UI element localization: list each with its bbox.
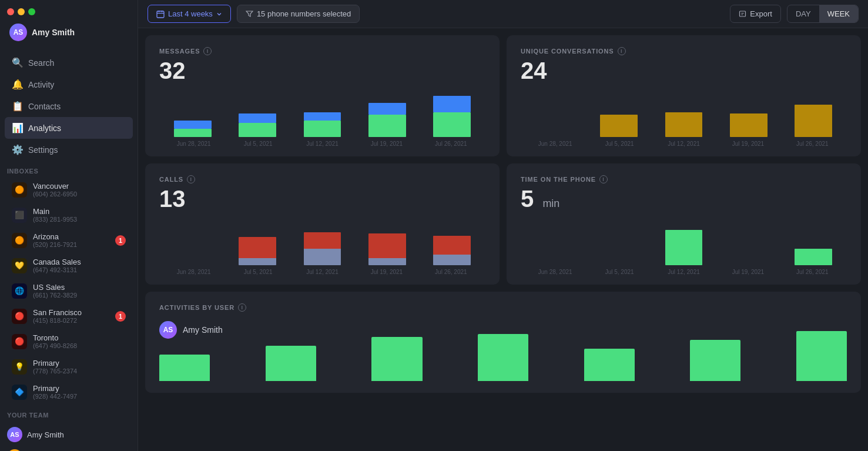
main-content: Last 4 weeks 15 phone numbers selected E… — [138, 0, 868, 451]
sidebar-top: AS Amy Smith — [0, 0, 138, 52]
unique-conversations-card: UNIQUE CONVERSATIONS i 24 — [507, 35, 861, 156]
inbox-item-main[interactable]: ⬛ Main (833) 281-9953 — [5, 202, 133, 228]
stats-row-top: MESSAGES i 32 — [145, 35, 861, 156]
calls-chart-labels: Jun 28, 2021 Jul 5, 2021 Jul 12, 2021 Ju… — [159, 269, 485, 275]
inbox-number-us-sales: (661) 762-3829 — [33, 292, 126, 299]
inbox-icon-main: ⬛ — [12, 208, 27, 223]
sidebar-item-contacts[interactable]: 📋 Contacts — [5, 95, 133, 117]
team-avatar-amy: AS — [7, 427, 22, 442]
inbox-info-primary-928: Primary (928) 442-7497 — [33, 384, 126, 400]
search-icon: 🔍 — [12, 57, 22, 68]
team-item-amy-smith[interactable]: AS Amy Smith — [7, 423, 130, 446]
user-profile[interactable]: AS Amy Smith — [7, 21, 130, 47]
inbox-number-primary-928: (928) 442-7497 — [33, 393, 126, 400]
filter-icon — [246, 10, 253, 18]
inbox-icon-arizona: 🟠 — [12, 233, 27, 248]
calls-chart: Jun 28, 2021 Jul 5, 2021 Jul 12, 2021 Ju… — [159, 221, 485, 275]
inbox-item-toronto[interactable]: 🔴 Toronto (647) 490-8268 — [5, 329, 133, 354]
uc-label-1: Jul 5, 2021 — [587, 141, 651, 147]
inbox-name-san-francisco: San Francisco — [33, 308, 109, 317]
inbox-name-primary-928: Primary — [33, 384, 126, 393]
messages-info-icon[interactable]: i — [203, 47, 212, 55]
activity-bar — [584, 349, 635, 381]
top-label-1: Jul 5, 2021 — [587, 269, 651, 275]
activities-info-icon[interactable]: i — [238, 303, 246, 312]
sidebar-item-search[interactable]: 🔍 Search — [5, 52, 133, 74]
badge-arizona: 1 — [115, 235, 126, 246]
inbox-name-main: Main — [33, 207, 126, 216]
inbox-number-arizona: (520) 216-7921 — [33, 241, 109, 248]
team-section: Your team AS Amy Smith AH Amy Hall — [0, 405, 138, 451]
inbox-name-primary-778: Primary — [33, 359, 126, 368]
time-on-phone-card: TIME ON THE PHONE i 5 min — [507, 163, 861, 285]
calls-card: CALLS i 13 — [145, 163, 500, 285]
calls-header: CALLS i — [159, 175, 485, 183]
view-day-button[interactable]: DAY — [787, 5, 819, 22]
messages-chart-labels: Jun 28, 2021 Jul 5, 2021 Jul 12, 2021 Ju… — [159, 141, 485, 147]
uc-label-3: Jul 19, 2021 — [716, 141, 780, 147]
export-icon — [739, 10, 746, 18]
messages-label: MESSAGES — [159, 48, 200, 55]
messages-label-2: Jul 12, 2021 — [290, 141, 354, 147]
calls-label-4: Jul 26, 2021 — [419, 269, 483, 275]
inbox-info-primary-778: Primary (778) 765-2374 — [33, 359, 126, 375]
inbox-icon-toronto: 🔴 — [12, 334, 27, 349]
activities-chart-bars — [159, 346, 847, 381]
inbox-icon-primary-778: 💡 — [12, 359, 27, 375]
date-filter-label: Last 4 weeks — [168, 9, 213, 18]
activity-bar — [159, 355, 210, 381]
inbox-item-san-francisco[interactable]: 🔴 San Francisco (415) 818-0272 1 — [5, 303, 133, 329]
calls-label-1: Jul 5, 2021 — [226, 269, 290, 275]
date-filter-button[interactable]: Last 4 weeks — [148, 5, 231, 23]
messages-header: MESSAGES i — [159, 47, 485, 55]
inbox-item-primary-778[interactable]: 💡 Primary (778) 765-2374 — [5, 354, 133, 379]
inbox-item-canada-sales[interactable]: 💛 Canada Sales (647) 492-3131 — [5, 253, 133, 278]
activity-bar — [371, 337, 422, 381]
maximize-icon[interactable] — [28, 8, 35, 15]
inbox-number-canada-sales: (647) 492-3131 — [33, 266, 126, 273]
time-on-phone-label: TIME ON THE PHONE — [521, 176, 596, 183]
inbox-icon-vancouver: 🟠 — [12, 182, 27, 198]
inbox-item-us-sales[interactable]: 🌐 US Sales (661) 762-3829 — [5, 278, 133, 303]
sidebar-item-activity[interactable]: 🔔 Activity — [5, 74, 133, 95]
time-on-phone-value: 5 min — [521, 186, 847, 212]
minimize-icon[interactable] — [18, 8, 25, 15]
contacts-icon: 📋 — [12, 101, 22, 112]
calls-info-icon[interactable]: i — [187, 175, 195, 183]
calls-label: CALLS — [159, 176, 183, 183]
activities-label: ACTIVITIES BY USER — [159, 304, 234, 311]
inboxes-label: Inboxes — [0, 161, 138, 177]
calendar-icon — [156, 10, 165, 18]
sidebar-item-settings[interactable]: ⚙️ Settings — [5, 139, 133, 161]
uc-chart-labels: Jun 28, 2021 Jul 5, 2021 Jul 12, 2021 Ju… — [521, 141, 847, 147]
team-item-amy-hall[interactable]: AH Amy Hall — [7, 446, 130, 451]
analytics-icon: 📊 — [12, 122, 22, 133]
inbox-info-toronto: Toronto (647) 490-8268 — [33, 333, 126, 349]
view-week-button[interactable]: WEEK — [819, 5, 858, 22]
export-button[interactable]: Export — [730, 5, 781, 23]
calls-label-3: Jul 19, 2021 — [354, 269, 418, 275]
unique-conversations-info-icon[interactable]: i — [618, 47, 626, 55]
calls-value: 13 — [159, 186, 485, 212]
inbox-name-toronto: Toronto — [33, 333, 126, 342]
sidebar-item-analytics[interactable]: 📊 Analytics — [5, 117, 133, 139]
messages-label-3: Jul 19, 2021 — [354, 141, 418, 147]
top-label-4: Jul 26, 2021 — [780, 269, 844, 275]
inbox-item-arizona[interactable]: 🟠 Arizona (520) 216-7921 1 — [5, 228, 133, 253]
time-on-phone-unit: min — [542, 198, 559, 209]
inbox-name-arizona: Arizona — [33, 232, 109, 241]
time-on-phone-info-icon[interactable]: i — [599, 175, 608, 183]
inbox-item-vancouver[interactable]: 🟠 Vancouver (604) 262-6950 — [5, 177, 133, 202]
phone-filter-button[interactable]: 15 phone numbers selected — [237, 5, 360, 23]
inbox-number-vancouver: (604) 262-6950 — [33, 191, 126, 198]
activities-user-avatar: AS — [159, 321, 177, 339]
messages-bars — [159, 93, 485, 137]
inbox-number-san-francisco: (415) 818-0272 — [33, 317, 109, 324]
sidebar-item-label-contacts: Contacts — [28, 102, 61, 111]
messages-card: MESSAGES i 32 — [145, 35, 500, 156]
close-icon[interactable] — [7, 8, 14, 15]
inbox-info-main: Main (833) 281-9953 — [33, 207, 126, 223]
inbox-item-primary-928[interactable]: 🔷 Primary (928) 442-7497 — [5, 379, 133, 405]
messages-label-1: Jul 5, 2021 — [226, 141, 290, 147]
unique-conversations-bars — [521, 93, 847, 137]
